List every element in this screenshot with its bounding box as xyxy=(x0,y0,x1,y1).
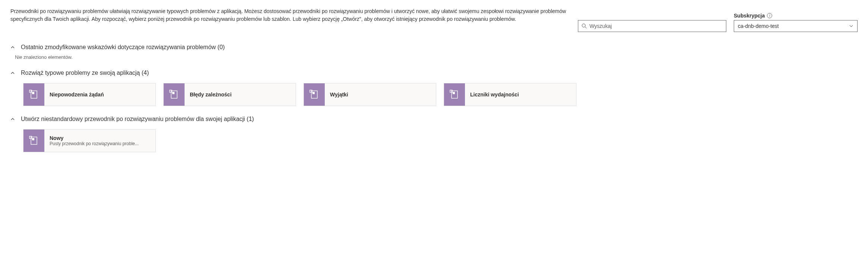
card-title: Błędy zależności xyxy=(190,92,232,98)
empty-message: Nie znaleziono elementów. xyxy=(15,54,858,60)
search-icon xyxy=(581,23,587,29)
subscription-value: ca-dnb-demo-test xyxy=(738,23,779,29)
section-header-common[interactable]: Rozwiąż typowe problemy ze swoją aplikac… xyxy=(10,68,858,78)
svg-rect-7 xyxy=(170,90,172,92)
section-header-custom[interactable]: Utwórz niestandardowy przewodnik po rozw… xyxy=(10,114,858,124)
workbook-icon xyxy=(23,83,44,106)
chevron-up-icon xyxy=(10,117,15,121)
section-title: Ostatnio zmodyfikowane wskazówki dotyczą… xyxy=(21,44,225,51)
card-dependency-errors[interactable]: Błędy zależności xyxy=(163,83,296,106)
svg-rect-9 xyxy=(312,92,315,94)
workbook-icon xyxy=(164,83,185,106)
svg-line-1 xyxy=(585,27,586,28)
svg-rect-15 xyxy=(32,138,34,140)
workbook-icon xyxy=(444,83,465,106)
section-title: Rozwiąż typowe problemy ze swoją aplikac… xyxy=(21,70,149,76)
chevron-up-icon xyxy=(10,71,15,75)
card-new[interactable]: Nowy Pusty przewodnik po rozwiązywaniu p… xyxy=(23,129,156,152)
card-title: Liczniki wydajności xyxy=(470,92,519,98)
svg-rect-16 xyxy=(29,136,32,138)
card-exceptions[interactable]: Wyjątki xyxy=(304,83,436,106)
svg-rect-3 xyxy=(32,92,34,94)
search-input[interactable] xyxy=(589,23,723,29)
subscription-dropdown[interactable]: ca-dnb-demo-test xyxy=(734,20,858,32)
svg-rect-4 xyxy=(29,90,32,92)
card-request-failures[interactable]: Niepowodzenia żądań xyxy=(23,83,156,106)
section-header-recent[interactable]: Ostatnio zmodyfikowane wskazówki dotyczą… xyxy=(10,42,858,52)
card-subtitle: Pusty przewodnik po rozwiązywaniu proble… xyxy=(50,141,139,146)
chevron-down-icon xyxy=(849,24,853,28)
card-title: Wyjątki xyxy=(330,92,348,98)
workbook-icon xyxy=(304,83,325,106)
svg-rect-12 xyxy=(453,92,455,94)
search-box[interactable] xyxy=(578,20,726,32)
svg-rect-10 xyxy=(310,90,312,92)
card-title: Niepowodzenia żądań xyxy=(50,92,104,98)
card-performance-counters[interactable]: Liczniki wydajności xyxy=(444,83,576,106)
svg-rect-13 xyxy=(450,90,452,92)
card-title: Nowy xyxy=(50,135,139,141)
page-description: Przewodniki po rozwiązywaniu problemów u… xyxy=(10,7,588,23)
workbook-icon xyxy=(23,130,44,152)
subscription-label: Subskrypcja xyxy=(734,13,765,19)
svg-rect-6 xyxy=(172,92,174,94)
chevron-up-icon xyxy=(10,45,15,50)
info-icon[interactable]: i xyxy=(767,13,772,18)
section-title: Utwórz niestandardowy przewodnik po rozw… xyxy=(21,116,254,122)
svg-point-0 xyxy=(582,24,585,27)
